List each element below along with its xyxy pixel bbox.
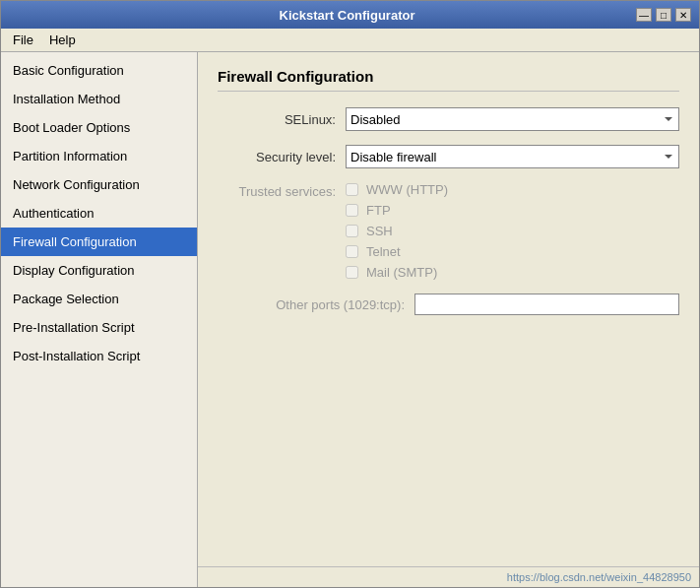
- content-area: Basic ConfigurationInstallation MethodBo…: [1, 52, 699, 587]
- checkbox-ftp[interactable]: [346, 204, 358, 217]
- checkbox-mail[interactable]: [346, 266, 358, 279]
- sidebar-item-partition-information[interactable]: Partition Information: [1, 142, 197, 170]
- watermark-text: https://blog.csdn.net/weixin_44828950: [507, 571, 691, 583]
- watermark: https://blog.csdn.net/weixin_44828950: [198, 566, 699, 587]
- security-level-row: Security level: Disable firewallEnable f…: [218, 145, 679, 168]
- sidebar-item-pre-installation-script[interactable]: Pre-Installation Script: [1, 313, 197, 342]
- checkbox-item-mail: Mail (SMTP): [346, 265, 679, 280]
- selinux-label: SELinux:: [218, 112, 346, 127]
- checkbox-label-www: WWW (HTTP): [366, 182, 448, 197]
- checkbox-label-ssh: SSH: [366, 224, 393, 238]
- other-ports-label: Other ports (1029:tcp):: [218, 297, 414, 312]
- other-ports-section: Other ports (1029:tcp):: [218, 294, 679, 315]
- sidebar-item-authentication[interactable]: Authentication: [1, 199, 197, 228]
- sidebar-item-package-selection[interactable]: Package Selection: [1, 285, 197, 313]
- trusted-services-label: Trusted services:: [218, 182, 346, 280]
- title-bar: Kickstart Configurator — □ ✕: [1, 1, 699, 29]
- menu-bar: File Help: [1, 29, 699, 52]
- sidebar-item-boot-loader-options[interactable]: Boot Loader Options: [1, 113, 197, 142]
- checkbox-label-ftp: FTP: [366, 203, 391, 218]
- sidebar-item-post-installation-script[interactable]: Post-Installation Script: [1, 342, 197, 370]
- selinux-dropdown[interactable]: DisabledEnforcingPermissive: [346, 107, 679, 131]
- security-level-control: Disable firewallEnable firewallNo firewa…: [346, 145, 679, 168]
- trusted-services-checkboxes: WWW (HTTP)FTPSSHTelnetMail (SMTP): [346, 182, 679, 280]
- other-ports-input[interactable]: [414, 294, 679, 315]
- sidebar-item-installation-method[interactable]: Installation Method: [1, 85, 197, 113]
- selinux-row: SELinux: DisabledEnforcingPermissive: [218, 107, 679, 131]
- security-level-label: Security level:: [218, 150, 346, 164]
- checkbox-telnet[interactable]: [346, 245, 358, 258]
- window-controls: — □ ✕: [636, 8, 691, 22]
- maximize-button[interactable]: □: [656, 8, 671, 22]
- help-menu[interactable]: Help: [41, 31, 84, 49]
- file-menu[interactable]: File: [5, 31, 41, 49]
- close-button[interactable]: ✕: [675, 8, 691, 22]
- checkbox-item-www: WWW (HTTP): [346, 182, 679, 197]
- checkbox-ssh[interactable]: [346, 225, 358, 237]
- checkbox-item-telnet: Telnet: [346, 244, 679, 259]
- main-window: Kickstart Configurator — □ ✕ File Help B…: [0, 0, 700, 588]
- sidebar-item-display-configuration[interactable]: Display Configuration: [1, 256, 197, 285]
- panel-title: Firewall Configuration: [218, 68, 679, 92]
- checkbox-www[interactable]: [346, 183, 358, 196]
- security-level-dropdown[interactable]: Disable firewallEnable firewallNo firewa…: [346, 145, 679, 168]
- minimize-button[interactable]: —: [636, 8, 652, 22]
- sidebar: Basic ConfigurationInstallation MethodBo…: [1, 52, 198, 587]
- sidebar-item-network-configuration[interactable]: Network Configuration: [1, 170, 197, 199]
- checkbox-item-ftp: FTP: [346, 203, 679, 218]
- selinux-control: DisabledEnforcingPermissive: [346, 107, 679, 131]
- main-panel: Firewall Configuration SELinux: Disabled…: [198, 52, 699, 566]
- checkbox-label-mail: Mail (SMTP): [366, 265, 437, 280]
- sidebar-item-firewall-configuration[interactable]: Firewall Configuration: [1, 228, 197, 256]
- window-title: Kickstart Configurator: [58, 8, 636, 23]
- checkbox-label-telnet: Telnet: [366, 244, 401, 259]
- trusted-services-section: Trusted services: WWW (HTTP)FTPSSHTelnet…: [218, 182, 679, 280]
- checkbox-item-ssh: SSH: [346, 224, 679, 238]
- sidebar-item-basic-configuration[interactable]: Basic Configuration: [1, 56, 197, 85]
